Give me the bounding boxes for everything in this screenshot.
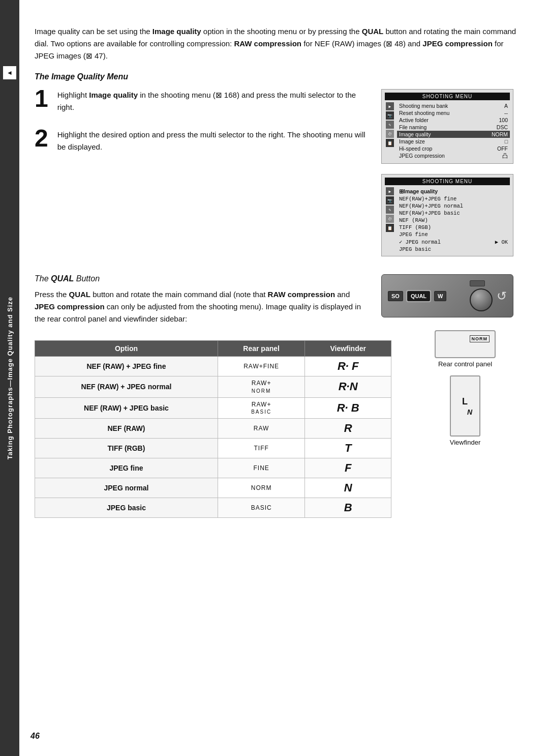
row-3-option: NEF (RAW) + JPEG basic [35,397,218,419]
menu-row-2-label: Reset shooting menu [399,110,449,116]
step-2-number: 2 [35,126,48,153]
menu-item-8: JPEG basic [397,246,510,253]
menu-2-sidebar: ▶ 📷 ✎ ⏱ 📋 ⊞Image quality NEF(RAW)+JPEG f… [385,187,510,253]
menu-screenshot-1: SHOOTING MENU ▶ 📷 ✎ ⏱ 📋 Shooting menu ba… [381,89,513,164]
menu-item-2: NEF(RAW)+JPEG normal [397,202,510,210]
row-2-rear-sub: NORM [252,388,271,394]
menu-2-icon-book: 📋 [386,224,394,232]
table-body: NEF (RAW) + JPEG fine RAW+FINE R· F NEF … [35,357,391,518]
steps-section: 1 Highlight Image quality in the shootin… [35,89,524,261]
page-number: 46 [30,732,40,741]
table-row: NEF (RAW) + JPEG basic RAW+ BASIC R· B [35,397,391,419]
row-4-rear: RAW [218,419,304,439]
step-2-block: 2 Highlight the desired option and press… [35,129,371,153]
row-7-rear: NORM [218,478,304,498]
table-header: Option Rear panel Viewfinder [35,341,391,357]
cam-body-right [470,280,493,311]
menu-2-subtitle: ⊞Image quality [397,187,510,195]
intro-paragraph: Image quality can be set using the Image… [35,25,524,62]
table-row: NEF (RAW) + JPEG normal RAW+ NORM R·N [35,376,391,398]
step-1-bold: Image quality [89,91,138,99]
row-5-rear: TIFF [218,439,304,458]
menu-row-5-label: Image quality [399,131,431,137]
row-8-rear: BASIC [218,498,304,518]
viewfinder-label: Viewfinder [450,439,480,446]
menu-screenshots: SHOOTING MENU ▶ 📷 ✎ ⏱ 📋 Shooting menu ba… [381,89,524,261]
row-2-vf: R·N [305,376,391,398]
menu-row-5-val: NORM [492,131,508,137]
qual-right: SO QUAL W ↺ [381,274,524,325]
main-content: Image quality can be set using the Image… [19,0,549,554]
menu-icon-timer: ⏱ [386,130,394,138]
row-1-rear: RAW+FINE [218,357,304,376]
menu-item-5: TIFF (RGB) [397,224,510,231]
menu-1-content: Shooting menu bank A Reset shooting menu… [397,102,510,160]
menu-row-6: Image size □ [397,138,510,145]
menu-item-1: NEF(RAW)+JPEG fine [397,195,510,202]
qual-button-label[interactable]: QUAL [407,291,430,301]
row-7-vf: N [305,478,391,498]
menu-item-6: JPEG fine [397,231,510,238]
w-button-label[interactable]: W [434,291,446,301]
viewfinder-group: L N Viewfinder [450,375,480,446]
menu-2-content: ⊞Image quality NEF(RAW)+JPEG fine NEF(RA… [397,187,510,253]
menu-row-8-label: JPEG compression [399,153,445,160]
qual-title: The QUAL Button [35,274,366,283]
main-command-dial [470,288,493,311]
row-1-vf: R· F [305,357,391,376]
menu-row-8: JPEG compression 凸 [397,152,510,160]
viewfinder-display: L N [450,375,480,437]
row-3-vf: R· B [305,397,391,419]
row-6-option: JPEG fine [35,458,218,478]
row-8-vf: B [305,498,391,518]
sidebar-tab-text: Taking Photographs—Image Quality and Siz… [6,297,14,459]
row-7-option: JPEG normal [35,478,218,498]
panels-section: NORM Rear control panel L N Viewfinder [407,330,524,528]
qual-bold: QUAL [51,274,74,283]
table-row: JPEG normal NORM N [35,478,391,498]
rear-panel-label: Rear control panel [438,360,492,368]
qual-section: The QUAL Button Press the QUAL button an… [35,274,524,325]
sidebar-icon: ◄ [3,66,16,79]
step-1-text: Highlight Image quality in the shooting … [57,89,371,113]
steps-left: 1 Highlight Image quality in the shootin… [35,89,371,261]
menu-screenshot-2: SHOOTING MENU ▶ 📷 ✎ ⏱ 📋 ⊞Image quality N… [381,174,513,256]
menu-item-7-ok: ▶ OK [495,239,508,245]
table-row: NEF (RAW) RAW R [35,419,391,439]
row-6-rear: FINE [218,458,304,478]
menu-row-2-val: -- [504,110,508,116]
menu-icon-book: 📋 [386,139,394,147]
step-1-row: 1 Highlight Image quality in the shootin… [35,89,371,113]
table-row: JPEG fine FINE F [35,458,391,478]
table-row: TIFF (RGB) TIFF T [35,439,391,458]
menu-icon-pencil: ✎ [386,121,394,129]
table-row: NEF (RAW) + JPEG fine RAW+FINE R· F [35,357,391,376]
rear-panel-norm-text: NORM [470,335,490,342]
row-8-option: JPEG basic [35,498,218,518]
menu-icon-play: ▶ [386,102,394,110]
menu-row-5-highlighted: Image quality NORM [397,131,510,138]
menu-item-4: NEF (RAW) [397,217,510,224]
col-header-rear: Rear panel [218,341,304,357]
row-2-rear: RAW+ NORM [218,376,304,398]
vf-n-char: N [467,408,472,416]
menu-row-3-val: 100 [499,117,508,123]
rotation-arrow-icon: ↺ [497,289,507,303]
step-1-block: 1 Highlight Image quality in the shootin… [35,89,371,113]
menu-2-icon-timer: ⏱ [386,215,394,223]
menu-row-4-val: DSC [497,124,508,130]
menu-item-7-check-label: ✓ JPEG normal [399,239,441,245]
qual-text-bold-1: QUAL [69,290,91,299]
iso-button-label[interactable]: SO [388,291,403,301]
qual-cam-illustration: SO QUAL W ↺ [381,274,513,317]
intro-bold-3: RAW compression [234,39,301,48]
col-header-option: Option [35,341,218,357]
menu-2-title: SHOOTING MENU [385,178,510,185]
row-3-rear: RAW+ BASIC [218,397,304,419]
section-title-1: The Image Quality Menu [35,72,524,81]
menu-row-1-label: Shooting menu bank [399,103,448,109]
row-5-vf: T [305,439,391,458]
qual-cam-dial-area: ↺ [470,280,507,311]
page-wrapper: ◄ Taking Photographs—Image Quality and S… [0,0,549,756]
qual-left: The QUAL Button Press the QUAL button an… [35,274,366,325]
